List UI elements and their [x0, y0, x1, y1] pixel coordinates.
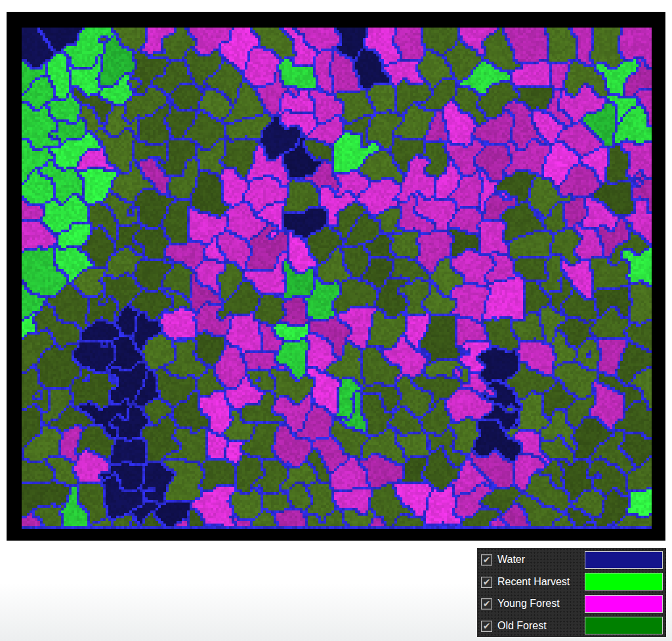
legend-swatch-young-forest[interactable] [585, 595, 663, 613]
checkmark-icon: ✔ [483, 577, 491, 587]
legend-swatch-recent-harvest[interactable] [585, 573, 663, 590]
legend-label-recent-harvest: Recent Harvest [497, 576, 570, 588]
checkmark-icon: ✔ [483, 621, 491, 631]
legend-row-recent-harvest: ✔Recent Harvest [477, 571, 666, 594]
legend-swatch-water[interactable] [585, 551, 663, 569]
legend-swatch-old-forest[interactable] [585, 617, 663, 634]
legend-checkbox-old-forest[interactable]: ✔ [481, 621, 492, 632]
legend-label-water: Water [497, 554, 525, 566]
legend-checkbox-recent-harvest[interactable]: ✔ [481, 577, 492, 588]
legend-label-old-forest: Old Forest [497, 620, 547, 632]
checkmark-icon: ✔ [483, 599, 491, 608]
legend-checkbox-young-forest[interactable]: ✔ [481, 598, 492, 610]
legend-checkbox-water[interactable]: ✔ [481, 554, 492, 566]
legend-panel: ✔Water✔Recent Harvest✔Young Forest✔Old F… [477, 548, 666, 637]
classification-map[interactable] [22, 28, 652, 529]
legend-row-old-forest: ✔Old Forest [477, 615, 666, 638]
map-frame [7, 12, 665, 541]
checkmark-icon: ✔ [483, 555, 491, 564]
legend-row-young-forest: ✔Young Forest [477, 593, 666, 615]
legend-row-water: ✔Water [477, 549, 666, 571]
legend-label-young-forest: Young Forest [497, 598, 560, 610]
